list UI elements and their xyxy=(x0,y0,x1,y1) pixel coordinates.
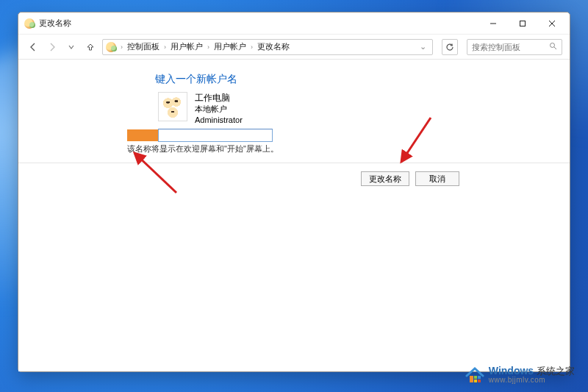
up-button[interactable] xyxy=(83,40,98,54)
svg-rect-1 xyxy=(520,21,526,26)
address-bar[interactable]: › 控制面板 › 用户帐户 › 用户帐户 › 更改名称 ⌄ xyxy=(102,39,433,55)
account-role: Administrator xyxy=(195,115,243,126)
svg-rect-8 xyxy=(470,376,473,382)
account-summary: 工作电脑 本地帐户 Administrator xyxy=(158,92,243,126)
page-heading: 键入一个新帐户名 xyxy=(155,73,237,86)
user-accounts-icon xyxy=(24,18,35,29)
forward-button[interactable] xyxy=(45,40,60,54)
window-title: 更改名称 xyxy=(39,18,71,29)
chevron-right-icon[interactable]: › xyxy=(119,43,124,51)
breadcrumb[interactable]: 控制面板 xyxy=(127,41,159,52)
search-input[interactable] xyxy=(472,43,557,51)
helper-text: 该名称将显示在欢迎屏幕和"开始"屏幕上。 xyxy=(127,143,279,154)
navigation-bar: › 控制面板 › 用户帐户 › 用户帐户 › 更改名称 ⌄ xyxy=(18,35,570,60)
control-panel-window: 更改名称 xyxy=(18,12,570,372)
change-name-button[interactable]: 更改名称 xyxy=(361,171,409,186)
breadcrumb[interactable]: 用户帐户 xyxy=(171,41,203,52)
minimize-button[interactable] xyxy=(478,14,508,33)
new-account-name-input[interactable] xyxy=(158,129,273,142)
redacted-block xyxy=(127,129,158,141)
search-box[interactable] xyxy=(467,39,562,55)
user-accounts-icon xyxy=(106,42,116,52)
maximize-button[interactable] xyxy=(508,14,537,33)
account-avatar xyxy=(158,92,187,121)
titlebar[interactable]: 更改名称 xyxy=(18,13,570,35)
desktop-wallpaper: 更改名称 xyxy=(0,0,588,392)
svg-rect-12 xyxy=(478,379,481,382)
search-icon xyxy=(549,42,557,51)
chevron-right-icon[interactable]: › xyxy=(162,43,168,51)
watermark-url: www.bjjmlv.com xyxy=(489,377,575,385)
breadcrumb[interactable]: 更改名称 xyxy=(257,41,290,52)
chevron-right-icon[interactable]: › xyxy=(249,43,254,51)
watermark: Windows 系统之家 www.bjjmlv.com xyxy=(458,363,581,388)
breadcrumb[interactable]: 用户帐户 xyxy=(214,41,246,52)
house-icon xyxy=(464,366,484,385)
content-area: 键入一个新帐户名 工作电脑 本地帐户 Administrator 该名称将显示在… xyxy=(18,60,570,371)
svg-rect-11 xyxy=(474,379,477,382)
account-type: 本地帐户 xyxy=(195,104,243,115)
svg-rect-10 xyxy=(478,376,481,379)
svg-line-5 xyxy=(554,47,556,49)
recent-locations-button[interactable] xyxy=(64,40,79,54)
chevron-right-icon[interactable]: › xyxy=(206,43,211,51)
svg-point-4 xyxy=(551,43,555,48)
account-name: 工作电脑 xyxy=(195,92,243,104)
back-button[interactable] xyxy=(26,40,40,54)
close-button[interactable] xyxy=(537,14,567,33)
divider xyxy=(18,163,570,163)
refresh-button[interactable] xyxy=(442,39,458,55)
window-controls xyxy=(478,14,567,33)
chevron-down-icon[interactable]: ⌄ xyxy=(415,42,431,51)
watermark-brand: Windows xyxy=(489,365,534,377)
svg-rect-9 xyxy=(474,376,477,379)
cancel-button[interactable]: 取消 xyxy=(415,171,459,186)
